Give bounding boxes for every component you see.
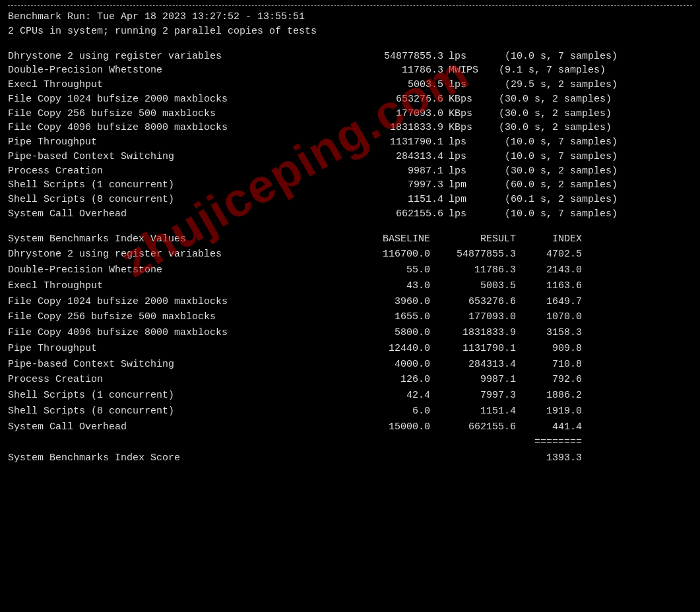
header-line2: 2 CPUs in system; running 2 parallel cop… — [8, 24, 692, 39]
result-value: 177093.0 — [351, 107, 443, 121]
result-value: 11786.3 — [351, 63, 443, 78]
index-row-index: 1649.7 — [516, 295, 582, 309]
index-row-index: 792.6 — [516, 373, 582, 387]
index-row-index: 1070.0 — [516, 310, 582, 324]
index-row-label: Dhrystone 2 using register variables — [8, 247, 351, 262]
index-data-row: File Copy 4096 bufsize 8000 maxblocks580… — [8, 326, 692, 340]
score-value: 1393.3 — [516, 451, 582, 466]
result-info: (9.1 s, 7 samples) — [496, 63, 692, 78]
result-info: (30.0 s, 2 samples) — [496, 92, 692, 107]
result-label: Shell Scripts (8 concurrent) — [8, 193, 351, 207]
index-row-result: 284313.4 — [430, 357, 516, 372]
result-value: 7997.3 — [351, 178, 443, 193]
result-value: 1831833.9 — [351, 121, 443, 135]
result-unit: lps — [443, 150, 496, 164]
result-info: (10.0 s, 7 samples) — [496, 135, 692, 150]
result-label: File Copy 4096 bufsize 8000 maxblocks — [8, 121, 351, 135]
index-row-baseline: 55.0 — [351, 263, 430, 278]
result-info: (30.0 s, 2 samples) — [496, 121, 692, 135]
index-row-result: 1831833.9 — [430, 326, 516, 340]
result-value: 1151.4 — [351, 193, 443, 207]
index-data-row: Double-Precision Whetstone55.011786.3214… — [8, 263, 692, 278]
index-row-baseline: 12440.0 — [351, 342, 430, 356]
index-data-row: File Copy 256 bufsize 500 maxblocks1655.… — [8, 310, 692, 324]
index-row-label: File Copy 4096 bufsize 8000 maxblocks — [8, 326, 351, 340]
result-unit: KBps — [443, 92, 496, 107]
index-row-label: Pipe-based Context Switching — [8, 357, 351, 372]
index-data-row: Pipe Throughput12440.01131790.1909.8 — [8, 342, 692, 356]
result-label: File Copy 256 bufsize 500 maxblocks — [8, 107, 351, 121]
result-label: Process Creation — [8, 164, 351, 179]
top-divider — [8, 5, 692, 6]
result-label: Pipe Throughput — [8, 135, 351, 150]
result-value: 662155.6 — [351, 207, 443, 222]
index-row-label: File Copy 1024 bufsize 2000 maxblocks — [8, 295, 351, 309]
result-info: (30.0 s, 2 samples) — [496, 164, 692, 179]
result-info: (60.1 s, 2 samples) — [496, 193, 692, 207]
result-row: Dhrystone 2 using register variables 548… — [8, 49, 692, 64]
index-row-baseline: 43.0 — [351, 279, 430, 293]
result-label: Pipe-based Context Switching — [8, 150, 351, 164]
index-row-result: 5003.5 — [430, 279, 516, 293]
result-info: (29.5 s, 2 samples) — [496, 78, 692, 92]
index-data-row: Dhrystone 2 using register variables1167… — [8, 247, 692, 262]
index-row-baseline: 6.0 — [351, 404, 430, 419]
index-row-baseline: 15000.0 — [351, 420, 430, 435]
index-header-result: RESULT — [430, 232, 516, 247]
result-label: Dhrystone 2 using register variables — [8, 49, 351, 64]
index-row-index: 909.8 — [516, 342, 582, 356]
result-label: Execl Throughput — [8, 78, 351, 92]
index-row-label: Shell Scripts (8 concurrent) — [8, 404, 351, 419]
index-row-index: 4702.5 — [516, 247, 582, 262]
result-unit: lps — [443, 207, 496, 222]
index-row-index: 3158.3 — [516, 326, 582, 340]
index-row-result: 1151.4 — [430, 404, 516, 419]
result-row: Double-Precision Whetstone 11786.3 MWIPS… — [8, 63, 692, 78]
index-data-row: Process Creation126.09987.1792.6 — [8, 373, 692, 387]
index-row-baseline: 42.4 — [351, 388, 430, 403]
results-section: Dhrystone 2 using register variables 548… — [8, 49, 692, 222]
result-row: Shell Scripts (1 concurrent) 7997.3 lpm … — [8, 178, 692, 193]
score-row: System Benchmarks Index Score1393.3 — [8, 451, 692, 466]
result-row: File Copy 4096 bufsize 8000 maxblocks 18… — [8, 121, 692, 135]
result-label: Shell Scripts (1 concurrent) — [8, 178, 351, 193]
index-data-row: Execl Throughput43.05003.51163.6 — [8, 279, 692, 293]
index-row-result: 11786.3 — [430, 263, 516, 278]
result-value: 5003.5 — [351, 78, 443, 92]
index-row-label: Pipe Throughput — [8, 342, 351, 356]
index-row-result: 9987.1 — [430, 373, 516, 387]
index-data-row: Pipe-based Context Switching4000.0284313… — [8, 357, 692, 372]
result-unit: lps — [443, 49, 496, 64]
result-label: System Call Overhead — [8, 207, 351, 222]
result-value: 284313.4 — [351, 150, 443, 164]
index-row-result: 177093.0 — [430, 310, 516, 324]
result-info: (10.0 s, 7 samples) — [496, 49, 692, 64]
index-row-index: 1919.0 — [516, 404, 582, 419]
index-data-row: Shell Scripts (1 concurrent)42.47997.318… — [8, 388, 692, 403]
result-row: Shell Scripts (8 concurrent) 1151.4 lpm … — [8, 193, 692, 207]
index-row-result: 7997.3 — [430, 388, 516, 403]
index-header-label: System Benchmarks Index Values — [8, 232, 351, 247]
index-row-label: Shell Scripts (1 concurrent) — [8, 388, 351, 403]
index-row-label: Process Creation — [8, 373, 351, 387]
result-unit: MWIPS — [443, 63, 496, 78]
header-line1: Benchmark Run: Tue Apr 18 2023 13:27:52 … — [8, 10, 692, 24]
index-row-baseline: 4000.0 — [351, 357, 430, 372]
index-row-result: 1131790.1 — [430, 342, 516, 356]
result-unit: KBps — [443, 121, 496, 135]
result-unit: KBps — [443, 107, 496, 121]
index-row-result: 653276.6 — [430, 295, 516, 309]
result-row: File Copy 256 bufsize 500 maxblocks 1770… — [8, 107, 692, 121]
result-row: Process Creation 9987.1 lps (30.0 s, 2 s… — [8, 164, 692, 179]
equals-value: ======== — [516, 435, 582, 450]
index-header-baseline: BASELINE — [351, 232, 430, 247]
index-row-label: Execl Throughput — [8, 279, 351, 293]
result-row: System Call Overhead 662155.6 lps (10.0 … — [8, 207, 692, 222]
result-info: (60.0 s, 2 samples) — [496, 178, 692, 193]
index-row-label: File Copy 256 bufsize 500 maxblocks — [8, 310, 351, 324]
index-row-index: 441.4 — [516, 420, 582, 435]
index-row-baseline: 3960.0 — [351, 295, 430, 309]
index-row-baseline: 5800.0 — [351, 326, 430, 340]
result-value: 54877855.3 — [351, 49, 443, 64]
index-header-row: System Benchmarks Index ValuesBASELINERE… — [8, 232, 692, 247]
